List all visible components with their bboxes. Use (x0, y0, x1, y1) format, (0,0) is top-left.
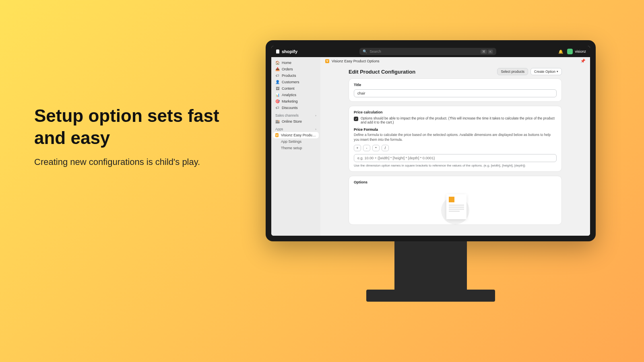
home-icon: 🏠 (275, 61, 279, 65)
op-plus-button[interactable]: + (354, 145, 361, 151)
account-avatar (567, 49, 573, 54)
chevron-right-icon[interactable]: › (315, 128, 316, 131)
sidebar-item-marketing[interactable]: 🎯Marketing (271, 98, 320, 105)
formula-input[interactable] (354, 154, 557, 162)
sidebar-item-content[interactable]: 🖼Content (271, 85, 320, 92)
sidebar-section-sales: Sales channels› (271, 111, 320, 118)
sidebar-item-home[interactable]: 🏠Home (271, 60, 320, 66)
account-menu[interactable]: visionz (567, 49, 586, 54)
title-label: Title (354, 83, 557, 87)
sidebar-item-products[interactable]: 🏷Products (271, 72, 320, 79)
notifications-icon[interactable]: 🔔 (558, 49, 563, 54)
options-card: Options (349, 176, 562, 225)
price-calculation-card: Price calculation ✓ Options should be ab… (349, 106, 562, 172)
breadcrumb-label: Visionz Easy Product Options (332, 59, 379, 63)
topbar: shopify 🔍 Search ⌘ K 🔔 (271, 46, 590, 57)
brand-name: shopify (282, 49, 297, 54)
search-icon: 🔍 (363, 49, 367, 53)
price-check-text: Options should be able to impact the pri… (361, 116, 557, 124)
sidebar-item-customers[interactable]: 👤Customers (271, 79, 320, 85)
pin-icon[interactable]: 📌 (580, 59, 585, 63)
customers-icon: 👤 (275, 80, 279, 84)
kbd-cmd: ⌘ (481, 49, 487, 54)
options-empty-state (354, 186, 557, 224)
visionz-app-icon: V (325, 59, 329, 63)
sidebar-section-apps: Apps› (271, 125, 320, 132)
sidebar-item-online-store[interactable]: 🏬Online Store (271, 118, 320, 125)
chevron-down-icon: ▾ (557, 70, 558, 73)
kbd-k: K (488, 49, 493, 54)
sidebar-item-analytics[interactable]: 📊Analytics (271, 92, 320, 98)
sidebar-item-discounts[interactable]: 🏷Discounts (271, 105, 320, 111)
visionz-app-icon: V (275, 133, 279, 137)
hero-title: Setup option sets fast and easy (34, 105, 227, 149)
analytics-icon: 📊 (275, 93, 279, 97)
price-formula-label: Price Formula (354, 128, 557, 132)
chevron-right-icon[interactable]: › (315, 114, 316, 117)
monitor-mockup: shopify 🔍 Search ⌘ K 🔔 (266, 40, 596, 302)
title-input[interactable] (354, 89, 557, 97)
options-label: Options (354, 180, 557, 184)
orders-icon: 📥 (275, 67, 279, 71)
price-impact-checkbox[interactable]: ✓ (354, 117, 358, 121)
formula-hint: Use the dimension option names in square… (354, 164, 557, 167)
shopify-bag-icon (275, 49, 280, 54)
price-formula-help: Define a formula to calculate the price … (354, 133, 557, 142)
select-products-button[interactable]: Select products (497, 68, 528, 75)
search-placeholder: Search (369, 49, 478, 53)
op-divide-button[interactable]: / (382, 145, 389, 151)
hero-text: Setup option sets fast and easy Creating… (34, 105, 227, 167)
op-minus-button[interactable]: - (363, 145, 370, 151)
discounts-icon: 🏷 (275, 106, 279, 110)
sidebar: 🏠Home 📥Orders 🏷Products 👤Customers 🖼Cont… (271, 57, 320, 236)
price-calc-label: Price calculation (354, 110, 557, 114)
store-icon: 🏬 (275, 119, 279, 123)
document-icon (446, 194, 466, 219)
page-title: Edit Product Configuration (349, 69, 415, 75)
breadcrumb: V Visionz Easy Product Options 📌 (320, 57, 590, 65)
products-icon: 🏷 (275, 74, 279, 78)
search-input[interactable]: 🔍 Search ⌘ K (359, 48, 496, 55)
account-name: visionz (575, 49, 586, 53)
marketing-icon: 🎯 (275, 99, 279, 103)
sidebar-item-app-settings[interactable]: App Settings (271, 138, 320, 145)
sidebar-item-orders[interactable]: 📥Orders (271, 66, 320, 72)
hero-subtitle: Creating new configurations is child's p… (34, 157, 227, 167)
sidebar-item-visionz-app[interactable]: VVisionz Easy Product Opti... (273, 132, 319, 138)
op-multiply-button[interactable]: * (372, 145, 380, 151)
shopify-logo[interactable]: shopify (275, 49, 297, 54)
create-option-button[interactable]: Create Option▾ (530, 68, 562, 75)
content-icon: 🖼 (275, 86, 279, 90)
sidebar-item-theme-setup[interactable]: Theme setup (271, 145, 320, 151)
title-card: Title (349, 78, 562, 102)
